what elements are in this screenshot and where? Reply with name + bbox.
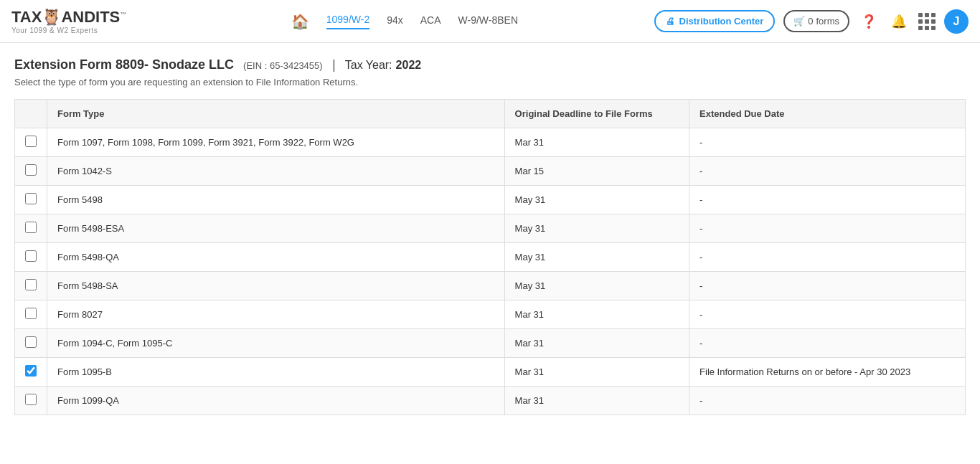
- extended-cell: -: [689, 387, 966, 415]
- checkbox-cell: [15, 272, 47, 300]
- deadline-cell: May 31: [504, 214, 689, 243]
- row-checkbox-row7[interactable]: [25, 308, 37, 319]
- table-header-row: Form Type Original Deadline to File Form…: [15, 100, 966, 128]
- form-type-cell: Form 5498-SA: [47, 272, 505, 300]
- home-icon[interactable]: 🏠: [291, 13, 309, 30]
- table-row: Form 8027Mar 31-: [15, 300, 966, 329]
- row-checkbox-row3[interactable]: [25, 193, 37, 204]
- title-separator: |: [332, 57, 336, 72]
- checkbox-cell: [15, 387, 47, 415]
- logo-subtitle: Your 1099 & W2 Experts: [11, 27, 126, 34]
- row-checkbox-row9[interactable]: [25, 365, 37, 377]
- page-subtitle: Select the type of form you are requesti…: [14, 77, 966, 87]
- form-type-cell: Form 1042-S: [47, 157, 505, 186]
- nav-link-94x[interactable]: 94x: [387, 14, 403, 29]
- form-type-cell: Form 5498-ESA: [47, 214, 505, 243]
- page-content: Extension Form 8809- Snodaze LLC (EIN : …: [0, 43, 980, 430]
- deadline-cell: May 31: [504, 186, 689, 214]
- checkbox-cell: [15, 358, 47, 387]
- logo: TAX🦉ANDITS™ Your 1099 & W2 Experts: [11, 8, 126, 34]
- col-header-form-type: Form Type: [47, 100, 505, 128]
- row-checkbox-row2[interactable]: [25, 164, 37, 176]
- form-type-cell: Form 5498-QA: [47, 243, 505, 272]
- distribution-btn-label: Distribution Center: [679, 16, 764, 27]
- logo-tax: TAX: [11, 8, 42, 26]
- form-type-cell: Form 1097, Form 1098, Form 1099, Form 39…: [47, 128, 505, 157]
- form-type-cell: Form 8027: [47, 300, 505, 329]
- deadline-cell: May 31: [504, 243, 689, 272]
- extended-cell: -: [689, 214, 966, 243]
- table-row: Form 5498-SAMay 31-: [15, 272, 966, 300]
- cart-button[interactable]: 🛒 0 forms: [783, 10, 849, 32]
- extended-cell: -: [689, 329, 966, 358]
- table-row: Form 1094-C, Form 1095-CMar 31-: [15, 329, 966, 358]
- extended-cell: -: [689, 157, 966, 186]
- help-button[interactable]: ❓: [858, 11, 880, 32]
- col-header-checkbox: [15, 100, 47, 128]
- deadline-cell: May 31: [504, 272, 689, 300]
- nav-link-w9w8ben[interactable]: W-9/W-8BEN: [458, 14, 519, 29]
- cart-count: 0: [808, 16, 813, 27]
- logo-andits: ANDITS: [61, 8, 120, 26]
- deadline-cell: Mar 31: [504, 128, 689, 157]
- tax-year-value: 2022: [396, 59, 422, 71]
- checkbox-cell: [15, 128, 47, 157]
- deadline-cell: Mar 31: [504, 387, 689, 415]
- printer-icon: 🖨: [666, 16, 675, 27]
- cart-label: forms: [816, 16, 840, 27]
- col-header-deadline: Original Deadline to File Forms: [504, 100, 689, 128]
- cart-icon: 🛒: [793, 16, 805, 27]
- form-type-cell: Form 1094-C, Form 1095-C: [47, 329, 505, 358]
- deadline-cell: Mar 31: [504, 329, 689, 358]
- row-checkbox-row4[interactable]: [25, 222, 37, 233]
- extended-cell: -: [689, 243, 966, 272]
- ein-label: (EIN : 65-3423455): [243, 60, 323, 71]
- checkbox-cell: [15, 214, 47, 243]
- table-row: Form 1099-QAMar 31-: [15, 387, 966, 415]
- table-row: Form 1095-BMar 31File Information Return…: [15, 358, 966, 387]
- page-title: Extension Form 8809- Snodaze LLC (EIN : …: [14, 57, 966, 72]
- form-type-cell: Form 5498: [47, 186, 505, 214]
- company-name: Extension Form 8809- Snodaze LLC: [14, 57, 234, 72]
- tax-year-label: Tax Year:: [345, 59, 392, 71]
- form-type-cell: Form 1095-B: [47, 358, 505, 387]
- extended-cell: -: [689, 186, 966, 214]
- user-avatar[interactable]: J: [944, 9, 969, 34]
- main-nav: 🏠 1099/W-2 94x ACA W-9/W-8BEN: [155, 13, 654, 30]
- row-checkbox-row8[interactable]: [25, 336, 37, 348]
- form-table: Form Type Original Deadline to File Form…: [14, 99, 966, 415]
- nav-link-aca[interactable]: ACA: [420, 14, 441, 29]
- header-actions: 🖨 Distribution Center 🛒 0 forms ❓ 🔔 J: [654, 9, 969, 34]
- nav-link-1099w2[interactable]: 1099/W-2: [326, 14, 369, 29]
- logo-owl: 🦉: [42, 8, 61, 26]
- main-header: TAX🦉ANDITS™ Your 1099 & W2 Experts 🏠 109…: [0, 0, 980, 43]
- table-row: Form 5498-ESAMay 31-: [15, 214, 966, 243]
- extended-cell: File Information Returns on or before - …: [689, 358, 966, 387]
- logo-text: TAX🦉ANDITS™: [11, 8, 126, 27]
- form-type-cell: Form 1099-QA: [47, 387, 505, 415]
- checkbox-cell: [15, 157, 47, 186]
- row-checkbox-row6[interactable]: [25, 279, 37, 290]
- table-row: Form 1042-SMar 15-: [15, 157, 966, 186]
- checkbox-cell: [15, 300, 47, 329]
- checkbox-cell: [15, 329, 47, 358]
- table-row: Form 5498-QAMay 31-: [15, 243, 966, 272]
- row-checkbox-row10[interactable]: [25, 394, 37, 405]
- col-header-extended: Extended Due Date: [689, 100, 966, 128]
- distribution-center-button[interactable]: 🖨 Distribution Center: [654, 10, 776, 32]
- extended-cell: -: [689, 300, 966, 329]
- deadline-cell: Mar 31: [504, 358, 689, 387]
- extended-cell: -: [689, 128, 966, 157]
- deadline-cell: Mar 15: [504, 157, 689, 186]
- extended-cell: -: [689, 272, 966, 300]
- table-row: Form 5498May 31-: [15, 186, 966, 214]
- row-checkbox-row1[interactable]: [25, 136, 37, 147]
- table-row: Form 1097, Form 1098, Form 1099, Form 39…: [15, 128, 966, 157]
- checkbox-cell: [15, 186, 47, 214]
- deadline-cell: Mar 31: [504, 300, 689, 329]
- apps-grid-button[interactable]: [918, 13, 936, 30]
- row-checkbox-row5[interactable]: [25, 250, 37, 262]
- notification-button[interactable]: 🔔: [888, 11, 910, 32]
- checkbox-cell: [15, 243, 47, 272]
